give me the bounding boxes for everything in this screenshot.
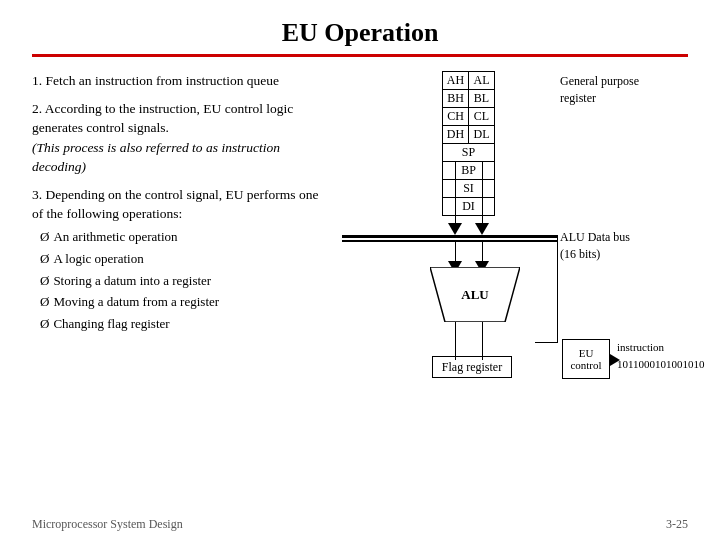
register-table: AH AL BH BL CH CL DH DL [442,71,495,216]
right-column: AH AL BH BL CH CL DH DL [342,71,688,431]
instruction-label: instruction1011000101001010 [617,339,705,372]
eu-control-vline [557,235,558,343]
red-divider [32,54,688,57]
sub-item-3: Ø Storing a datum into a register [40,272,332,291]
step-1: 1. Fetch an instruction from instruction… [32,71,332,91]
svg-text:ALU: ALU [461,287,489,302]
register-label-text: General purposeregister [560,74,639,105]
table-row: BP [443,162,495,180]
vert-line-right [482,161,483,229]
reg-bl: BL [469,90,495,108]
step-3-text: Depending on the control signal, EU perf… [32,187,318,222]
footer-left: Microprocessor System Design [32,517,183,532]
table-row: BH BL [443,90,495,108]
reg-ah: AH [443,72,469,90]
vert-line-left [455,161,456,229]
eu-control-hline [535,342,557,343]
table-row: SI [443,180,495,198]
table-row: DH DL [443,126,495,144]
bullet-icon-2: Ø [40,250,49,269]
alu-bus-label: ALU Data bus(16 bits) [560,229,630,263]
step-1-number: 1. [32,73,46,88]
title-section: EU Operation [32,18,688,48]
sub-item-2: Ø A logic operation [40,250,332,269]
sub-items-list: Ø An arithmetic operation Ø A logic oper… [40,228,332,334]
table-row: AH AL [443,72,495,90]
table-row: CH CL [443,108,495,126]
reg-cl: CL [469,108,495,126]
reg-dh: DH [443,126,469,144]
bullet-icon-5: Ø [40,315,49,334]
eu-control-box: EUcontrol [562,339,610,379]
sub-item-4: Ø Moving a datum from a register [40,293,332,312]
table-row: DI [443,198,495,216]
sub-item-5-text: Changing flag register [53,315,169,334]
alu-container: ALU [430,267,520,326]
alu-bus-label-text: ALU Data bus(16 bits) [560,230,630,261]
arrow-down-right [475,223,489,235]
sub-item-1: Ø An arithmetic operation [40,228,332,247]
reg-sp: SP [443,144,495,162]
footer-right: 3-25 [666,517,688,532]
alu-shape: ALU [430,267,520,322]
content-area: 1. Fetch an instruction from instruction… [32,71,688,431]
bullet-icon-4: Ø [40,293,49,312]
step-1-text: Fetch an instruction from instruction qu… [46,73,280,88]
sub-item-2-text: A logic operation [53,250,143,269]
left-column: 1. Fetch an instruction from instruction… [32,71,342,342]
alu-to-flag-r [482,322,483,360]
bullet-icon-3: Ø [40,272,49,291]
bus-line-top [342,235,557,238]
sub-item-1-text: An arithmetic operation [53,228,177,247]
sub-item-4-text: Moving a datum from a register [53,293,219,312]
step-2-text: According to the instruction, EU control… [32,101,293,136]
reg-bp: BP [443,162,495,180]
flag-register: Flag register [432,356,512,378]
step-3-number: 3. [32,187,46,202]
eu-label-text: EUcontrol [570,347,601,371]
reg-ch: CH [443,108,469,126]
register-label: General purposeregister [560,73,639,107]
step-2-note: (This process is also referred to as ins… [32,138,332,177]
page-title: EU Operation [32,18,688,48]
step-3: 3. Depending on the control signal, EU p… [32,185,332,334]
reg-al: AL [469,72,495,90]
step-2-number: 2. [32,101,45,116]
diagram: AH AL BH BL CH CL DH DL [342,71,672,431]
bullet-icon-1: Ø [40,228,49,247]
instruction-text: instruction1011000101001010 [617,341,705,370]
reg-si: SI [443,180,495,198]
alu-to-flag-l [455,322,456,360]
bus-line-bottom [342,240,557,242]
flag-box: Flag register [432,356,512,378]
sub-item-5: Ø Changing flag register [40,315,332,334]
footer: Microprocessor System Design 3-25 [0,517,720,532]
reg-dl: DL [469,126,495,144]
sub-item-3-text: Storing a datum into a register [53,272,211,291]
table-row: SP [443,144,495,162]
reg-di: DI [443,198,495,216]
flag-label-text: Flag register [442,360,502,375]
reg-bh: BH [443,90,469,108]
page: EU Operation 1. Fetch an instruction fro… [0,0,720,540]
arrow-down-left [448,223,462,235]
step-2: 2. According to the instruction, EU cont… [32,99,332,177]
